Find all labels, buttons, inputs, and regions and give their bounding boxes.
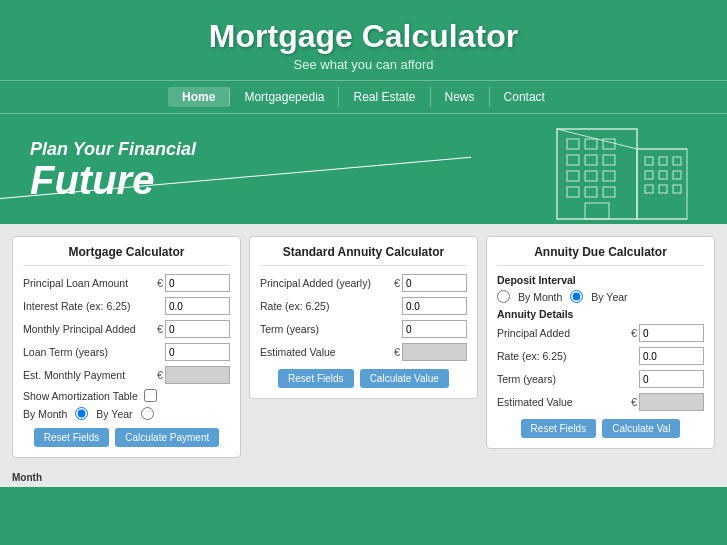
hero-building-image <box>517 119 717 224</box>
nav-news[interactable]: News <box>431 87 490 107</box>
monthly-payment-currency: € <box>157 369 163 381</box>
svg-rect-9 <box>603 171 615 181</box>
mortgage-reset-button[interactable]: Reset Fields <box>34 428 110 447</box>
annuity-due-calc-buttons: Reset Fields Calculate Val <box>497 419 704 438</box>
hero-banner: Plan Your Financial Future <box>0 114 727 224</box>
due-rate-input[interactable] <box>639 347 704 365</box>
due-estimated-input[interactable] <box>639 393 704 411</box>
svg-rect-19 <box>659 171 667 179</box>
svg-rect-5 <box>585 155 597 165</box>
svg-rect-6 <box>603 155 615 165</box>
due-rate-row: Rate (ex: 6.25) <box>497 347 704 365</box>
due-estimated-label: Estimated Value <box>497 396 631 408</box>
svg-rect-7 <box>567 171 579 181</box>
svg-rect-10 <box>567 187 579 197</box>
loan-term-row: Loan Term (years) <box>23 343 230 361</box>
annuity-calculator: Standard Annuity Calculator Principal Ad… <box>249 236 478 399</box>
annuity-rate-input[interactable] <box>402 297 467 315</box>
due-by-year-radio[interactable] <box>570 290 583 303</box>
monthly-principal-currency: € <box>157 323 163 335</box>
hero-text: Plan Your Financial Future <box>30 139 196 200</box>
monthly-principal-row: Monthly Principal Added € <box>23 320 230 338</box>
monthly-payment-input[interactable] <box>165 366 230 384</box>
svg-rect-13 <box>585 203 609 219</box>
svg-rect-11 <box>585 187 597 197</box>
mortgage-calculate-button[interactable]: Calculate Payment <box>115 428 219 447</box>
due-calculate-button[interactable]: Calculate Val <box>602 419 680 438</box>
svg-rect-4 <box>567 155 579 165</box>
main-nav: Home Mortgagepedia Real Estate News Cont… <box>0 80 727 114</box>
hero-line2: Future <box>30 160 196 200</box>
due-reset-button[interactable]: Reset Fields <box>521 419 597 438</box>
svg-rect-16 <box>659 157 667 165</box>
due-estimated-currency: € <box>631 396 637 408</box>
nav-contact[interactable]: Contact <box>490 87 559 107</box>
svg-rect-22 <box>659 185 667 193</box>
show-amortization-row: Show Amortization Table <box>23 389 230 402</box>
svg-rect-20 <box>673 171 681 179</box>
loan-term-label: Loan Term (years) <box>23 346 165 358</box>
page-title: Mortgage Calculator <box>0 18 727 55</box>
interest-rate-label: Interest Rate (ex: 6.25) <box>23 300 165 312</box>
due-estimated-row: Estimated Value € <box>497 393 704 411</box>
mortgage-calculator: Mortgage Calculator Principal Loan Amoun… <box>12 236 241 458</box>
due-by-year-label: By Year <box>591 291 627 303</box>
interest-rate-input[interactable] <box>165 297 230 315</box>
by-year-radio[interactable] <box>141 407 154 420</box>
due-term-input[interactable] <box>639 370 704 388</box>
by-month-radio[interactable] <box>75 407 88 420</box>
show-amortization-label: Show Amortization Table <box>23 390 138 402</box>
deposit-interval-label: Deposit Interval <box>497 274 704 286</box>
annuity-calc-buttons: Reset Fields Calculate Value <box>260 369 467 388</box>
principal-loan-currency: € <box>157 277 163 289</box>
annuity-due-calculator: Annuity Due Calculator Deposit Interval … <box>486 236 715 449</box>
mortgage-calc-title: Mortgage Calculator <box>23 245 230 266</box>
interest-rate-row: Interest Rate (ex: 6.25) <box>23 297 230 315</box>
monthly-principal-label: Monthly Principal Added <box>23 323 157 335</box>
annuity-calc-title: Standard Annuity Calculator <box>260 245 467 266</box>
annuity-calculate-button[interactable]: Calculate Value <box>360 369 449 388</box>
svg-rect-23 <box>673 185 681 193</box>
annuity-term-input[interactable] <box>402 320 467 338</box>
svg-rect-21 <box>645 185 653 193</box>
annuity-principal-input[interactable] <box>402 274 467 292</box>
due-term-row: Term (years) <box>497 370 704 388</box>
due-by-month-radio[interactable] <box>497 290 510 303</box>
nav-home[interactable]: Home <box>168 87 230 107</box>
annuity-reset-button[interactable]: Reset Fields <box>278 369 354 388</box>
annuity-estimated-row: Estimated Value € <box>260 343 467 361</box>
amortization-table-header: Month <box>0 470 727 487</box>
annuity-due-calc-title: Annuity Due Calculator <box>497 245 704 266</box>
by-year-label: By Year <box>96 408 132 420</box>
annuity-principal-row: Principal Added (yearly) € <box>260 274 467 292</box>
annuity-rate-label: Rate (ex: 6.25) <box>260 300 402 312</box>
due-rate-label: Rate (ex: 6.25) <box>497 350 639 362</box>
annuity-estimated-input[interactable] <box>402 343 467 361</box>
loan-term-input[interactable] <box>165 343 230 361</box>
nav-real-estate[interactable]: Real Estate <box>339 87 430 107</box>
annuity-term-label: Term (years) <box>260 323 402 335</box>
annuity-term-row: Term (years) <box>260 320 467 338</box>
show-amortization-checkbox[interactable] <box>144 389 157 402</box>
principal-loan-input[interactable] <box>165 274 230 292</box>
monthly-payment-label: Est. Monthly Payment <box>23 369 157 381</box>
principal-loan-label: Principal Loan Amount <box>23 277 157 289</box>
due-principal-currency: € <box>631 327 637 339</box>
annuity-estimated-label: Estimated Value <box>260 346 394 358</box>
due-by-month-label: By Month <box>518 291 562 303</box>
annuity-estimated-currency: € <box>394 346 400 358</box>
month-column-header: Month <box>12 472 42 483</box>
mortgage-calc-buttons: Reset Fields Calculate Payment <box>23 428 230 447</box>
page-header: Mortgage Calculator See what you can aff… <box>0 0 727 80</box>
hero-line1: Plan Your Financial <box>30 139 196 160</box>
svg-rect-18 <box>645 171 653 179</box>
monthly-payment-row: Est. Monthly Payment € <box>23 366 230 384</box>
annuity-details-label: Annuity Details <box>497 308 704 320</box>
svg-rect-12 <box>603 187 615 197</box>
due-principal-input[interactable] <box>639 324 704 342</box>
monthly-principal-input[interactable] <box>165 320 230 338</box>
nav-mortgagepedia[interactable]: Mortgagepedia <box>230 87 339 107</box>
due-term-label: Term (years) <box>497 373 639 385</box>
due-principal-row: Principal Added € <box>497 324 704 342</box>
page-subtitle: See what you can afford <box>0 57 727 72</box>
